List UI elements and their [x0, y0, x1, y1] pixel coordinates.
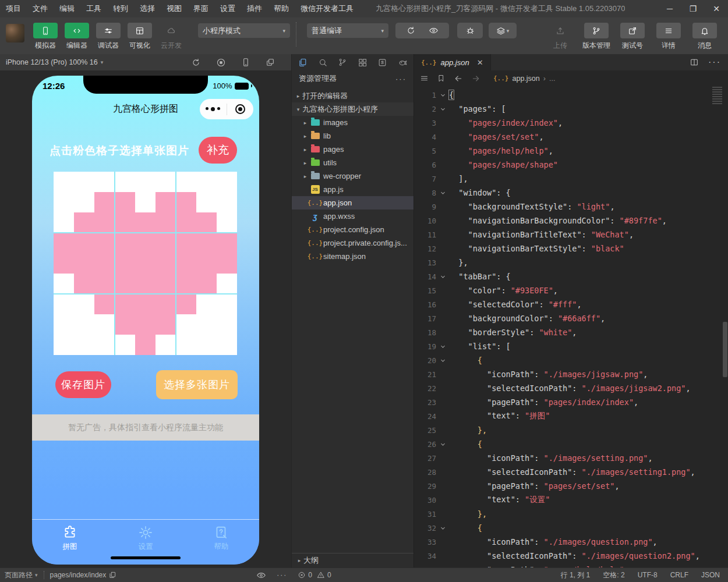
heart-cell[interactable]	[115, 192, 135, 212]
file-app.json[interactable]: {..}app.json	[292, 196, 414, 210]
heart-cell[interactable]	[94, 314, 115, 335]
code-line-25[interactable]: 25 },	[414, 423, 728, 437]
heart-cell[interactable]	[176, 212, 196, 233]
problems-indicator[interactable]: 0 0	[298, 571, 331, 579]
heart-cell[interactable]	[74, 233, 94, 253]
code-line-16[interactable]: 16 "selectedColor": "#fff",	[414, 297, 728, 311]
fold-chevron-icon[interactable]	[436, 357, 449, 364]
heart-cell[interactable]	[94, 233, 115, 253]
fold-chevron-icon[interactable]	[436, 189, 449, 197]
heart-cell[interactable]	[115, 314, 135, 335]
heart-cell[interactable]	[217, 274, 237, 294]
close-tab-icon[interactable]: ✕	[477, 58, 483, 67]
code-line-31[interactable]: 31 },	[414, 507, 728, 521]
toolbar-cloud-button[interactable]: 云开发	[157, 23, 185, 51]
toolbar-menu-button[interactable]: 详情	[655, 23, 683, 51]
fold-chevron-icon[interactable]	[436, 524, 449, 532]
code-line-30[interactable]: 30 "text": "设置"	[414, 493, 728, 507]
menu-2[interactable]: 编辑	[54, 0, 80, 17]
explorer-more-button[interactable]: ···	[395, 74, 407, 83]
multi-window-icon[interactable]	[266, 58, 275, 68]
clear-cache-button[interactable]: ▾	[489, 23, 517, 38]
heart-cell[interactable]	[94, 335, 115, 355]
open-editors-section[interactable]: ▸打开的编辑器	[292, 89, 414, 102]
compile-select[interactable]: 普通编译▾	[307, 23, 388, 38]
code-line-11[interactable]: 11 "navigationBarTitleText": "WeChat",	[414, 228, 728, 242]
heart-cell[interactable]	[135, 274, 156, 294]
file-app.js[interactable]: JSapp.js	[292, 183, 414, 196]
copy-icon[interactable]	[108, 571, 116, 579]
heart-cell[interactable]	[94, 274, 115, 294]
file-images[interactable]: ▸images	[292, 116, 414, 129]
heart-cell[interactable]	[94, 172, 115, 192]
code-line-17[interactable]: 17 "backgroundColor": "#66a6ff",	[414, 311, 728, 325]
close-capsule-button[interactable]	[227, 104, 254, 114]
heart-cell[interactable]	[135, 253, 156, 274]
code-line-10[interactable]: 10 "navigationBarBackgroundColor": "#89f…	[414, 214, 728, 228]
heart-cell[interactable]	[115, 172, 135, 192]
heart-cell[interactable]	[156, 172, 176, 192]
fold-chevron-icon[interactable]	[436, 273, 449, 281]
minimize-button[interactable]: ─	[658, 0, 681, 17]
heart-cell[interactable]	[135, 294, 156, 314]
heart-cell[interactable]	[176, 294, 196, 314]
split-editor-icon[interactable]	[690, 58, 699, 67]
forward-arrow-icon[interactable]	[471, 74, 480, 83]
code-line-32[interactable]: 32 {	[414, 521, 728, 535]
toolbar-sliders-button[interactable]: 调试器	[94, 23, 122, 51]
heart-cell[interactable]	[94, 294, 115, 314]
code-line-27[interactable]: 27 "iconPath": "./images/setting.png",	[414, 451, 728, 465]
heart-cell[interactable]	[196, 253, 217, 274]
heart-puzzle-grid[interactable]	[54, 172, 237, 355]
code-line-34[interactable]: 34 "selectedIconPath": "./images/questio…	[414, 549, 728, 563]
file-utils[interactable]: ▸utils	[292, 156, 414, 169]
heart-cell[interactable]	[74, 172, 94, 192]
heart-cell[interactable]	[135, 212, 156, 233]
device-selector[interactable]: iPhone 12/13 (Pro) 100% 16	[6, 58, 98, 66]
heart-cell[interactable]	[156, 233, 176, 253]
code-line-29[interactable]: 29 "pagePath": "pages/set/set",	[414, 479, 728, 493]
menu-4[interactable]: 转到	[107, 0, 134, 17]
heart-cell[interactable]	[196, 294, 217, 314]
heart-cell[interactable]	[156, 294, 176, 314]
menu-3[interactable]: 工具	[80, 0, 107, 17]
code-line-20[interactable]: 20 {	[414, 353, 728, 367]
heart-cell[interactable]	[176, 335, 196, 355]
heart-cell[interactable]	[176, 253, 196, 274]
heart-cell[interactable]	[54, 274, 74, 294]
toolbar-phone-button[interactable]: 模拟器	[31, 23, 59, 51]
heart-cell[interactable]	[176, 192, 196, 212]
heart-cell[interactable]	[54, 192, 74, 212]
heart-cell[interactable]	[135, 314, 156, 335]
heart-cell[interactable]	[135, 192, 156, 212]
code-line-33[interactable]: 33 "iconPath": "./images/question.png",	[414, 535, 728, 549]
code-line-2[interactable]: 2 "pages": [	[414, 102, 728, 116]
heart-cell[interactable]	[135, 335, 156, 355]
code-line-8[interactable]: 8 "window": {	[414, 186, 728, 200]
remote-debug-button[interactable]	[457, 23, 483, 38]
menu-7[interactable]: 界面	[188, 0, 214, 17]
heart-cell[interactable]	[74, 274, 94, 294]
heart-cell[interactable]	[196, 192, 217, 212]
compile-button[interactable]	[406, 26, 416, 36]
select-multiple-button[interactable]: 选择多张图片	[156, 370, 238, 399]
heart-cell[interactable]	[176, 274, 196, 294]
files-icon[interactable]	[298, 58, 308, 68]
heart-cell[interactable]	[74, 314, 94, 335]
eye-icon[interactable]	[256, 570, 266, 580]
heart-cell[interactable]	[196, 274, 217, 294]
npm-icon[interactable]	[398, 58, 408, 68]
code-line-3[interactable]: 3 "pages/index/index",	[414, 116, 728, 130]
code-line-9[interactable]: 9 "backgroundTextStyle": "light",	[414, 200, 728, 214]
code-line-18[interactable]: 18 "borderStyle": "white",	[414, 325, 728, 339]
outline-section[interactable]: ▸ 大纲	[292, 553, 414, 567]
heart-cell[interactable]	[74, 192, 94, 212]
file-app.wxss[interactable]: ʒapp.wxss	[292, 210, 414, 223]
heart-cell[interactable]	[135, 233, 156, 253]
heart-cell[interactable]	[94, 192, 115, 212]
menu-11[interactable]: 微信开发者工具	[295, 0, 359, 17]
heart-cell[interactable]	[217, 172, 237, 192]
back-arrow-icon[interactable]	[454, 74, 463, 83]
code-line-1[interactable]: 1 {	[414, 88, 728, 102]
heart-cell[interactable]	[54, 212, 74, 233]
